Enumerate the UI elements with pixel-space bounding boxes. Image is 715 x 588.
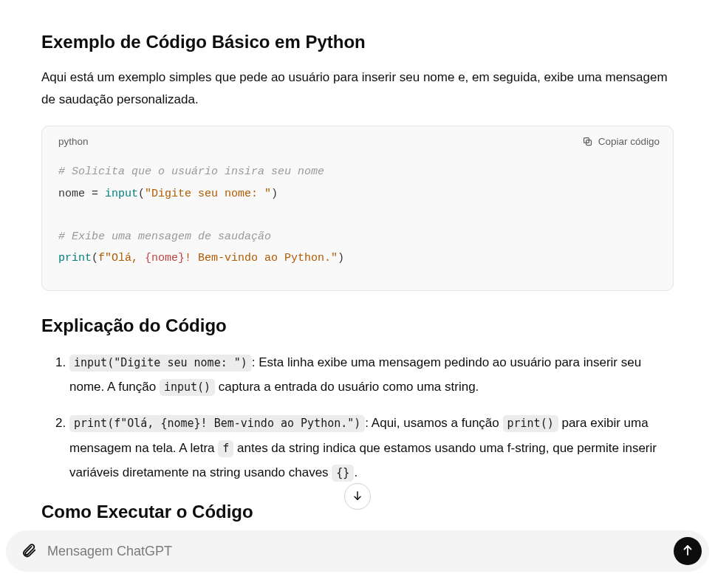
- message-composer: [6, 530, 709, 572]
- arrow-down-icon: [352, 490, 363, 504]
- paperclip-icon: [21, 542, 37, 561]
- copy-code-label: Copiar código: [598, 136, 660, 147]
- inline-code: {}: [332, 465, 354, 482]
- arrow-up-icon: [681, 544, 694, 559]
- explanation-list: input("Digite seu nome: "): Esta linha e…: [41, 350, 674, 485]
- attach-file-button[interactable]: [15, 537, 43, 565]
- copy-code-button[interactable]: Copiar código: [582, 134, 660, 148]
- send-button[interactable]: [674, 537, 702, 565]
- code-content: # Solicita que o usuário insira seu nome…: [42, 154, 673, 290]
- inline-code: input("Digite seu nome: "): [69, 355, 252, 372]
- inline-code: f: [218, 440, 233, 457]
- code-block-header: python Copiar código: [42, 126, 673, 154]
- section-title-example: Exemplo de Código Básico em Python: [41, 28, 674, 56]
- inline-code: print(): [503, 415, 558, 432]
- copy-icon: [582, 136, 593, 147]
- code-language-label: python: [58, 134, 89, 150]
- message-input[interactable]: [43, 544, 674, 559]
- intro-paragraph: Aqui está um exemplo simples que pede ao…: [41, 66, 674, 111]
- inline-code: print(f"Olá, {nome}! Bem-vindo ao Python…: [69, 415, 365, 432]
- list-item: print(f"Olá, {nome}! Bem-vindo ao Python…: [69, 411, 674, 484]
- list-item: input("Digite seu nome: "): Esta linha e…: [69, 350, 674, 399]
- scroll-to-bottom-button[interactable]: [344, 483, 371, 510]
- inline-code: input(): [160, 379, 215, 396]
- code-block: python Copiar código # Solicita que o us…: [41, 126, 674, 291]
- section-title-explanation: Explicação do Código: [41, 312, 674, 340]
